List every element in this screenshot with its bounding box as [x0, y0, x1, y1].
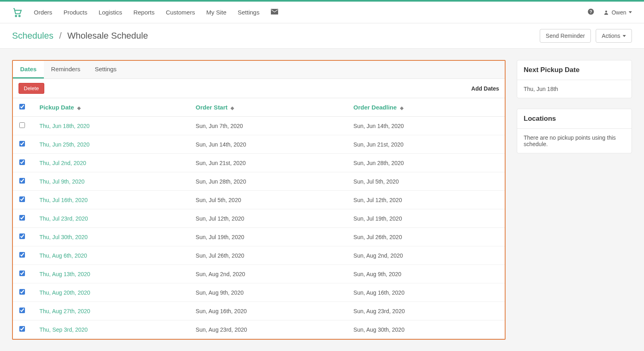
actions-dropdown-button[interactable]: Actions — [596, 29, 632, 43]
send-reminder-button[interactable]: Send Reminder — [540, 29, 591, 43]
row-checkbox-cell — [13, 154, 33, 172]
app-logo[interactable] — [12, 7, 23, 18]
user-menu[interactable]: Owen — [603, 9, 632, 16]
order-start-cell: Sun, Aug 16th, 2020 — [189, 302, 347, 320]
table-row: Thu, Jul 2nd, 2020Sun, Jun 21st, 2020Sun… — [13, 154, 505, 172]
pickup-date-link[interactable]: Thu, Jun 25th, 2020 — [39, 141, 90, 148]
next-pickup-card: Next Pickup Date Thu, Jun 18th — [517, 60, 632, 98]
sort-icon: ◆ — [77, 105, 80, 110]
row-checkbox-cell — [13, 135, 33, 154]
help-circle-icon: ? — [587, 8, 594, 15]
row-checkbox-cell — [13, 117, 33, 135]
locations-empty-text: There are no pickup points using this sc… — [517, 129, 632, 153]
order-deadline-cell: Sun, Jul 12th, 2020 — [347, 191, 505, 209]
next-pickup-title: Next Pickup Date — [517, 60, 632, 80]
order-deadline-cell: Sun, Aug 23rd, 2020 — [347, 302, 505, 320]
nav-mail[interactable] — [271, 9, 278, 16]
table-row: Thu, Jul 9th, 2020Sun, Jun 28th, 2020Sun… — [13, 172, 505, 191]
pickup-date-link[interactable]: Thu, Jul 2nd, 2020 — [39, 160, 86, 166]
table-row: Thu, Jul 30th, 2020Sun, Jul 19th, 2020Su… — [13, 228, 505, 246]
row-checkbox[interactable] — [19, 122, 25, 128]
add-dates-button[interactable]: Add Dates — [471, 85, 499, 92]
pickup-date-link[interactable]: Thu, Jul 30th, 2020 — [39, 234, 88, 240]
row-checkbox[interactable] — [19, 252, 25, 258]
order-deadline-cell: Sun, Jul 19th, 2020 — [347, 209, 505, 228]
svg-rect-2 — [271, 9, 278, 14]
tab-reminders[interactable]: Reminders — [44, 61, 88, 78]
order-start-cell: Sun, Jun 28th, 2020 — [189, 172, 347, 191]
table-row: Thu, Aug 6th, 2020Sun, Jul 26th, 2020Sun… — [13, 246, 505, 265]
pickup-date-cell: Thu, Jul 16th, 2020 — [33, 191, 189, 209]
envelope-icon — [271, 9, 278, 14]
nav-orders[interactable]: Orders — [34, 9, 52, 16]
row-checkbox[interactable] — [19, 159, 25, 165]
table-row: Thu, Jun 18th, 2020Sun, Jun 7th, 2020Sun… — [13, 117, 505, 135]
content-area: Dates Reminders Settings Delete Add Date… — [0, 49, 644, 351]
order-deadline-cell: Sun, Aug 16th, 2020 — [347, 283, 505, 302]
col-order-start[interactable]: Order Start ◆ — [189, 98, 347, 117]
dates-table: Pickup Date ◆ Order Start ◆ Order Deadli… — [13, 98, 505, 339]
row-checkbox[interactable] — [19, 141, 25, 147]
locations-card: Locations There are no pickup points usi… — [517, 109, 632, 153]
nav-products[interactable]: Products — [64, 9, 87, 16]
pickup-date-link[interactable]: Thu, Jul 16th, 2020 — [39, 197, 88, 203]
main-panel: Dates Reminders Settings Delete Add Date… — [12, 60, 506, 340]
pickup-date-link[interactable]: Thu, Aug 13th, 2020 — [39, 271, 90, 277]
nav-reports[interactable]: Reports — [133, 9, 155, 16]
breadcrumb-separator: / — [59, 31, 62, 41]
user-icon — [603, 10, 609, 15]
tab-dates[interactable]: Dates — [13, 61, 44, 78]
pickup-date-link[interactable]: Thu, Jul 9th, 2020 — [39, 178, 85, 185]
pickup-date-link[interactable]: Thu, Jun 18th, 2020 — [39, 123, 90, 129]
row-checkbox[interactable] — [19, 196, 25, 202]
col-pickup-date-label: Pickup Date — [39, 104, 74, 111]
order-deadline-cell: Sun, Jun 21st, 2020 — [347, 135, 505, 154]
table-toolbar: Delete Add Dates — [13, 79, 505, 98]
row-checkbox[interactable] — [19, 178, 25, 184]
order-start-cell: Sun, Jul 12th, 2020 — [189, 209, 347, 228]
pickup-date-cell: Thu, Aug 27th, 2020 — [33, 302, 189, 320]
pickup-date-link[interactable]: Thu, Aug 27th, 2020 — [39, 308, 90, 314]
pickup-date-link[interactable]: Thu, Sep 3rd, 2020 — [39, 326, 88, 333]
order-deadline-cell: Sun, Aug 2nd, 2020 — [347, 246, 505, 265]
table-row: Thu, Aug 13th, 2020Sun, Aug 2nd, 2020Sun… — [13, 265, 505, 283]
pickup-date-cell: Thu, Jul 23rd, 2020 — [33, 209, 189, 228]
pickup-date-cell: Thu, Jul 9th, 2020 — [33, 172, 189, 191]
row-checkbox-cell — [13, 209, 33, 228]
caret-down-icon — [623, 35, 626, 37]
nav-logistics[interactable]: Logistics — [99, 9, 122, 16]
pickup-date-link[interactable]: Thu, Aug 20th, 2020 — [39, 289, 90, 296]
col-order-deadline-label: Order Deadline — [353, 104, 397, 111]
breadcrumb-root[interactable]: Schedules — [12, 31, 54, 41]
col-order-deadline[interactable]: Order Deadline ◆ — [347, 98, 505, 117]
page-actions: Send Reminder Actions — [540, 29, 632, 43]
row-checkbox-cell — [13, 283, 33, 302]
col-order-start-label: Order Start — [196, 104, 227, 111]
sidebar: Next Pickup Date Thu, Jun 18th Locations… — [517, 60, 632, 153]
nav-customers[interactable]: Customers — [166, 9, 195, 16]
pickup-date-link[interactable]: Thu, Jul 23rd, 2020 — [39, 215, 88, 222]
row-checkbox[interactable] — [19, 215, 25, 221]
select-all-checkbox[interactable] — [19, 104, 25, 109]
table-row: Thu, Jun 25th, 2020Sun, Jun 14th, 2020Su… — [13, 135, 505, 154]
row-checkbox[interactable] — [19, 326, 25, 332]
order-start-cell: Sun, Aug 2nd, 2020 — [189, 265, 347, 283]
pickup-date-cell: Thu, Aug 13th, 2020 — [33, 265, 189, 283]
row-checkbox[interactable] — [19, 308, 25, 313]
row-checkbox-cell — [13, 191, 33, 209]
order-start-cell: Sun, Jun 7th, 2020 — [189, 117, 347, 135]
row-checkbox[interactable] — [19, 289, 25, 295]
row-checkbox[interactable] — [19, 270, 25, 276]
col-pickup-date[interactable]: Pickup Date ◆ — [33, 98, 189, 117]
tabs: Dates Reminders Settings — [13, 61, 505, 79]
nav-my-site[interactable]: My Site — [206, 9, 226, 16]
help-button[interactable]: ? — [587, 8, 594, 17]
table-row: Thu, Jul 23rd, 2020Sun, Jul 12th, 2020Su… — [13, 209, 505, 228]
svg-point-0 — [15, 15, 17, 17]
delete-button[interactable]: Delete — [19, 83, 44, 94]
tab-settings[interactable]: Settings — [87, 61, 124, 78]
pickup-date-link[interactable]: Thu, Aug 6th, 2020 — [39, 252, 87, 259]
row-checkbox[interactable] — [19, 233, 25, 239]
breadcrumb: Schedules / Wholesale Schedule — [12, 31, 148, 41]
nav-settings[interactable]: Settings — [237, 9, 259, 16]
